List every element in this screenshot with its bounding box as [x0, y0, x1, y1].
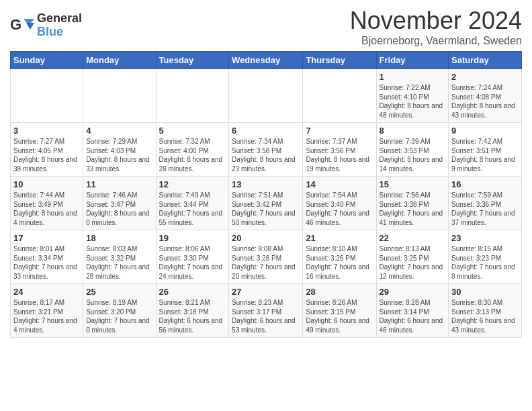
day-number: 10 [13, 179, 80, 189]
day-number: 12 [159, 179, 226, 189]
calendar-cell: 21Sunrise: 8:10 AM Sunset: 3:26 PM Dayli… [303, 230, 376, 284]
day-number: 7 [306, 126, 373, 136]
day-number: 26 [159, 287, 226, 297]
weekday-header: Wednesday [229, 52, 303, 69]
calendar-week-row: 24Sunrise: 8:17 AM Sunset: 3:21 PM Dayli… [11, 284, 522, 338]
calendar-cell: 12Sunrise: 7:49 AM Sunset: 3:44 PM Dayli… [156, 177, 229, 230]
day-content: Sunrise: 8:13 AM Sunset: 3:25 PM Dayligh… [380, 244, 446, 281]
logo-line2: Blue [37, 26, 82, 39]
calendar-cell: 9Sunrise: 7:42 AM Sunset: 3:51 PM Daylig… [449, 123, 522, 177]
calendar-cell [11, 69, 83, 123]
day-content: Sunrise: 7:42 AM Sunset: 3:51 PM Dayligh… [451, 137, 519, 173]
day-content: Sunrise: 7:29 AM Sunset: 4:03 PM Dayligh… [86, 137, 152, 173]
calendar-cell: 19Sunrise: 8:06 AM Sunset: 3:30 PM Dayli… [156, 230, 229, 284]
day-number: 2 [451, 72, 519, 82]
day-number: 3 [13, 126, 80, 136]
title-area: November 2024 Bjoerneborg, Vaermland, Sw… [350, 7, 522, 47]
logo: G General Blue [10, 12, 82, 39]
month-title: November 2024 [350, 7, 522, 35]
logo-icon: G [10, 16, 34, 35]
day-number: 6 [232, 126, 300, 136]
day-content: Sunrise: 7:24 AM Sunset: 4:08 PM Dayligh… [451, 83, 519, 120]
calendar-cell: 7Sunrise: 7:37 AM Sunset: 3:56 PM Daylig… [303, 123, 376, 177]
day-number: 27 [232, 287, 300, 297]
day-content: Sunrise: 8:03 AM Sunset: 3:32 PM Dayligh… [86, 244, 152, 281]
day-number: 18 [86, 233, 152, 243]
svg-marker-2 [26, 23, 34, 30]
logo-line1: General [37, 12, 82, 26]
logo-text: General Blue [37, 12, 82, 39]
day-content: Sunrise: 8:19 AM Sunset: 3:20 PM Dayligh… [86, 298, 152, 334]
day-content: Sunrise: 7:27 AM Sunset: 4:05 PM Dayligh… [13, 137, 80, 173]
day-content: Sunrise: 8:28 AM Sunset: 3:14 PM Dayligh… [380, 298, 446, 334]
calendar-week-row: 1Sunrise: 7:22 AM Sunset: 4:10 PM Daylig… [11, 69, 522, 123]
header: G General Blue November 2024 Bjoerneborg… [10, 7, 522, 47]
day-content: Sunrise: 7:34 AM Sunset: 3:58 PM Dayligh… [232, 137, 300, 173]
day-content: Sunrise: 7:32 AM Sunset: 4:00 PM Dayligh… [159, 137, 226, 173]
day-number: 17 [13, 233, 80, 243]
day-content: Sunrise: 8:26 AM Sunset: 3:15 PM Dayligh… [306, 298, 373, 334]
day-number: 25 [86, 287, 152, 297]
day-content: Sunrise: 7:46 AM Sunset: 3:47 PM Dayligh… [86, 191, 152, 227]
calendar-week-row: 3Sunrise: 7:27 AM Sunset: 4:05 PM Daylig… [11, 123, 522, 177]
calendar-cell: 22Sunrise: 8:13 AM Sunset: 3:25 PM Dayli… [376, 230, 449, 284]
calendar-cell: 23Sunrise: 8:15 AM Sunset: 3:23 PM Dayli… [449, 230, 522, 284]
day-number: 19 [159, 233, 226, 243]
weekday-header: Thursday [303, 52, 376, 69]
calendar-header-row: SundayMondayTuesdayWednesdayThursdayFrid… [11, 52, 522, 69]
day-content: Sunrise: 7:49 AM Sunset: 3:44 PM Dayligh… [159, 191, 226, 227]
calendar-week-row: 10Sunrise: 7:44 AM Sunset: 3:49 PM Dayli… [11, 177, 522, 230]
day-content: Sunrise: 8:10 AM Sunset: 3:26 PM Dayligh… [306, 244, 373, 281]
weekday-header: Sunday [11, 52, 83, 69]
weekday-header: Saturday [449, 52, 522, 69]
calendar-cell: 26Sunrise: 8:21 AM Sunset: 3:18 PM Dayli… [156, 284, 229, 338]
calendar-cell: 15Sunrise: 7:56 AM Sunset: 3:38 PM Dayli… [376, 177, 449, 230]
calendar-cell: 27Sunrise: 8:23 AM Sunset: 3:17 PM Dayli… [229, 284, 303, 338]
calendar-cell: 16Sunrise: 7:59 AM Sunset: 3:36 PM Dayli… [449, 177, 522, 230]
day-number: 5 [159, 126, 226, 136]
calendar-cell: 28Sunrise: 8:26 AM Sunset: 3:15 PM Dayli… [303, 284, 376, 338]
calendar-cell: 29Sunrise: 8:28 AM Sunset: 3:14 PM Dayli… [376, 284, 449, 338]
day-content: Sunrise: 7:59 AM Sunset: 3:36 PM Dayligh… [451, 191, 519, 227]
day-content: Sunrise: 8:15 AM Sunset: 3:23 PM Dayligh… [451, 244, 519, 281]
calendar-table: SundayMondayTuesdayWednesdayThursdayFrid… [10, 51, 522, 338]
calendar-cell: 4Sunrise: 7:29 AM Sunset: 4:03 PM Daylig… [83, 123, 156, 177]
day-content: Sunrise: 7:44 AM Sunset: 3:49 PM Dayligh… [13, 191, 80, 227]
day-number: 24 [13, 287, 80, 297]
calendar-cell: 10Sunrise: 7:44 AM Sunset: 3:49 PM Dayli… [11, 177, 83, 230]
calendar-cell: 5Sunrise: 7:32 AM Sunset: 4:00 PM Daylig… [156, 123, 229, 177]
calendar-cell: 1Sunrise: 7:22 AM Sunset: 4:10 PM Daylig… [376, 69, 449, 123]
day-number: 21 [306, 233, 373, 243]
calendar-cell: 13Sunrise: 7:51 AM Sunset: 3:42 PM Dayli… [229, 177, 303, 230]
day-number: 23 [451, 233, 519, 243]
day-number: 28 [306, 287, 373, 297]
day-number: 14 [306, 179, 373, 189]
calendar-cell: 18Sunrise: 8:03 AM Sunset: 3:32 PM Dayli… [83, 230, 156, 284]
calendar-cell: 24Sunrise: 8:17 AM Sunset: 3:21 PM Dayli… [11, 284, 83, 338]
calendar-cell: 11Sunrise: 7:46 AM Sunset: 3:47 PM Dayli… [83, 177, 156, 230]
day-content: Sunrise: 7:37 AM Sunset: 3:56 PM Dayligh… [306, 137, 373, 173]
day-number: 11 [86, 179, 152, 189]
day-number: 30 [451, 287, 519, 297]
day-number: 9 [451, 126, 519, 136]
day-content: Sunrise: 8:06 AM Sunset: 3:30 PM Dayligh… [159, 244, 226, 281]
calendar-cell: 14Sunrise: 7:54 AM Sunset: 3:40 PM Dayli… [303, 177, 376, 230]
calendar-cell: 30Sunrise: 8:30 AM Sunset: 3:13 PM Dayli… [449, 284, 522, 338]
calendar-cell [303, 69, 376, 123]
calendar-cell: 17Sunrise: 8:01 AM Sunset: 3:34 PM Dayli… [11, 230, 83, 284]
day-content: Sunrise: 7:56 AM Sunset: 3:38 PM Dayligh… [380, 191, 446, 227]
day-number: 1 [380, 72, 446, 82]
day-content: Sunrise: 8:23 AM Sunset: 3:17 PM Dayligh… [232, 298, 300, 334]
calendar-cell: 2Sunrise: 7:24 AM Sunset: 4:08 PM Daylig… [449, 69, 522, 123]
day-number: 16 [451, 179, 519, 189]
location-subtitle: Bjoerneborg, Vaermland, Sweden [350, 35, 522, 47]
weekday-header: Monday [83, 52, 156, 69]
calendar-cell: 20Sunrise: 8:08 AM Sunset: 3:28 PM Dayli… [229, 230, 303, 284]
calendar-cell [229, 69, 303, 123]
calendar-cell [156, 69, 229, 123]
weekday-header: Tuesday [156, 52, 229, 69]
svg-text:G: G [10, 16, 21, 33]
day-number: 29 [380, 287, 446, 297]
day-content: Sunrise: 8:21 AM Sunset: 3:18 PM Dayligh… [159, 298, 226, 334]
calendar-cell: 8Sunrise: 7:39 AM Sunset: 3:53 PM Daylig… [376, 123, 449, 177]
